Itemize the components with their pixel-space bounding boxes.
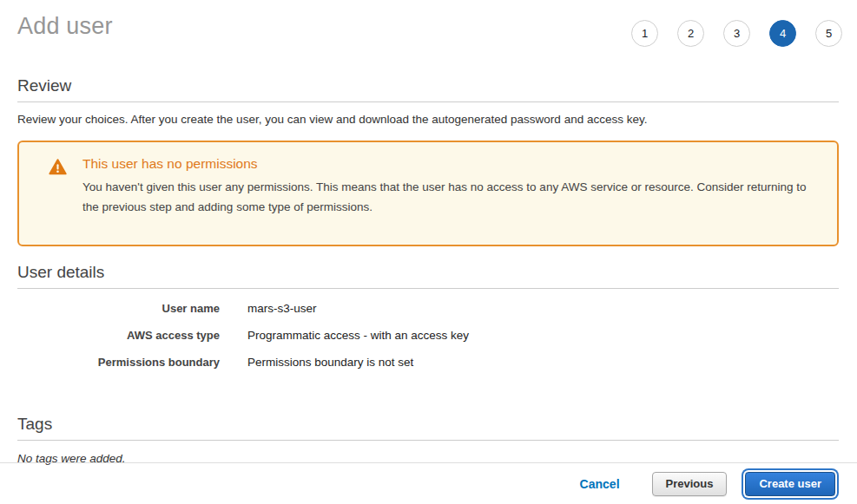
- warning-body: You haven't given this user any permissi…: [82, 178, 820, 217]
- tags-heading: Tags: [17, 415, 839, 434]
- user-details-rows: User name mars-s3-user AWS access type P…: [17, 302, 839, 383]
- user-details-heading: User details: [17, 263, 839, 282]
- warning-title: This user has no permissions: [82, 156, 820, 172]
- divider: [17, 440, 839, 441]
- detail-label: Permissions boundary: [17, 356, 220, 369]
- step-indicator-1[interactable]: 1: [631, 20, 658, 47]
- footer-divider: [0, 462, 857, 463]
- page-title: Add user: [17, 13, 113, 40]
- footer-actions: Cancel Previous Create user: [580, 472, 835, 496]
- detail-row-user-name: User name mars-s3-user: [17, 302, 839, 329]
- review-description: Review your choices. After you create th…: [17, 113, 839, 126]
- wizard-step-indicators: 1 2 3 4 5: [631, 20, 842, 47]
- detail-value: Permissions boundary is not set: [247, 356, 413, 369]
- previous-button[interactable]: Previous: [652, 472, 728, 496]
- detail-label: User name: [17, 302, 220, 315]
- divider: [17, 288, 839, 289]
- detail-value: Programmatic access - with an access key: [247, 329, 469, 342]
- no-permissions-warning: This user has no permissions You haven't…: [17, 141, 839, 246]
- step-indicator-2[interactable]: 2: [677, 20, 704, 47]
- detail-value: mars-s3-user: [247, 302, 317, 315]
- review-heading: Review: [17, 76, 839, 95]
- user-details-section: User details User name mars-s3-user AWS …: [17, 263, 839, 383]
- detail-row-access-type: AWS access type Programmatic access - wi…: [17, 329, 839, 356]
- detail-label: AWS access type: [17, 329, 220, 342]
- warning-text: This user has no permissions You haven't…: [82, 156, 820, 217]
- divider: [17, 101, 839, 102]
- warning-triangle-icon: [49, 159, 67, 179]
- detail-row-permissions-boundary: Permissions boundary Permissions boundar…: [17, 356, 839, 383]
- add-user-page: Add user 1 2 3 4 5 Review Review your ch…: [0, 0, 857, 504]
- step-indicator-3[interactable]: 3: [723, 20, 750, 47]
- main-content: Review Review your choices. After you cr…: [17, 76, 839, 465]
- step-indicator-4[interactable]: 4: [769, 20, 796, 47]
- create-user-button[interactable]: Create user: [745, 472, 835, 496]
- step-indicator-5[interactable]: 5: [815, 20, 842, 47]
- tags-section: Tags No tags were added.: [17, 415, 839, 465]
- cancel-link[interactable]: Cancel: [580, 477, 620, 491]
